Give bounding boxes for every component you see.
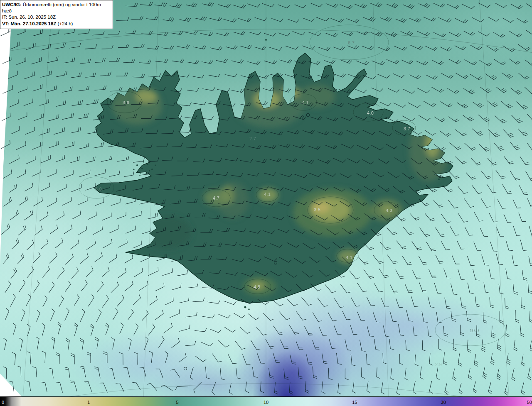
colorbar-tick-label: 0 <box>2 400 4 405</box>
precip-value-label: 4.3 <box>386 208 392 213</box>
colorbar-tick-label: 50 <box>527 400 532 405</box>
title-box: UWC/IG: Úrkomumætti (mm) og vindur í 100… <box>0 0 113 29</box>
precip-value-label: 4.1 <box>302 100 309 105</box>
valid-offset: (+24 h) <box>56 21 73 26</box>
precip-value-label: 3.7 <box>404 126 410 131</box>
precip-value-label: 2.9 <box>435 362 442 367</box>
colorbar-tick-label: 1 <box>87 400 90 405</box>
colorbar: 01510153050 <box>0 396 532 406</box>
valid-time: Mán. 27.10.2025 18Z <box>9 21 56 26</box>
init-time-line: IT: Sun. 26. 10. 2025 18Z <box>2 14 110 20</box>
product-title-line: UWC/IG: Úrkomumætti (mm) og vindur í 100… <box>2 2 110 14</box>
precip-value-label: 6.7 <box>348 40 355 45</box>
precip-value-label: 4.0 <box>367 110 374 115</box>
model-label: UWC/IG: <box>2 2 22 7</box>
precip-value-label: 10.0 <box>470 328 479 333</box>
precip-value-label: 2.7 <box>249 136 256 141</box>
colorbar-tick-label: 10 <box>264 400 268 405</box>
precip-value-label: 3.5 <box>314 207 320 212</box>
precip-value-label: 4.8 <box>254 284 260 289</box>
map-canvas: 6.73.64.14.03.72.75.04.74.13.54.34.14.81… <box>0 0 532 396</box>
precip-value-label: 4.1 <box>264 192 271 197</box>
precip-value-label: 4.7 <box>213 196 219 201</box>
valid-label: VT: <box>2 21 9 26</box>
colorbar-tick-label: 30 <box>441 400 446 405</box>
colorbar-tick-label: 15 <box>352 400 357 405</box>
init-label: IT: <box>2 15 7 20</box>
precip-value-label: 3.6 <box>123 100 129 105</box>
weather-chart-screen: 6.73.64.14.03.72.75.04.74.13.54.34.14.81… <box>0 0 532 406</box>
precip-value-label: 4.1 <box>346 255 352 260</box>
valid-time-line: VT: Mán. 27.10.2025 18Z (+24 h) <box>2 21 110 27</box>
colorbar-tick-label: 5 <box>176 400 179 405</box>
precip-value-label: 5.0 <box>95 186 102 191</box>
init-time: Sun. 26. 10. 2025 18Z <box>7 15 56 20</box>
precip-label-layer: 6.73.64.14.03.72.75.04.74.13.54.34.14.81… <box>0 0 532 396</box>
